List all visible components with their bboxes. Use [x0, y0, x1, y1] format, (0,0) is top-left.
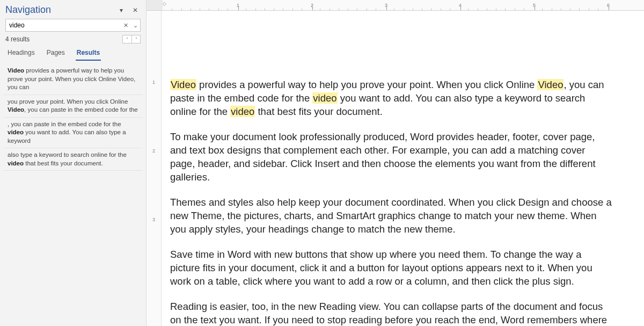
- vruler-tick: 1: [147, 79, 161, 85]
- app-root: Navigation ▾ ✕ ✕ ⌄ 4 results: [0, 0, 644, 326]
- document-paragraph[interactable]: Reading is easier, too, in the new Readi…: [170, 300, 612, 326]
- ruler-tick: 4: [459, 0, 462, 10]
- results-list: Video provides a powerful way to help yo…: [0, 61, 146, 174]
- ruler-track: ◇ 123456: [163, 0, 644, 10]
- chevron-up-icon: ˄: [126, 37, 128, 42]
- document-paragraph[interactable]: Save time in Word with new buttons that …: [170, 248, 612, 288]
- search-highlight: Video: [170, 79, 196, 90]
- caret-down-icon: ▾: [120, 6, 123, 14]
- document-area: L ◇ 123456 123 Video provides a powerful…: [147, 0, 644, 326]
- nav-header: Navigation ▾ ✕: [0, 0, 146, 19]
- chevron-down-icon: ˅: [135, 37, 137, 42]
- search-result-item[interactable]: also type a keyword to search online for…: [3, 148, 143, 171]
- search-box: ✕ ⌄: [5, 19, 141, 32]
- next-result-button[interactable]: ˅: [131, 35, 140, 43]
- nav-tabs: Headings Pages Results: [0, 46, 146, 61]
- ruler-tick: 5: [533, 0, 536, 10]
- search-input[interactable]: [6, 20, 121, 30]
- close-icon: ✕: [133, 6, 138, 14]
- ruler-tick: 2: [311, 0, 313, 10]
- ruler-tick: 6: [607, 0, 610, 10]
- vertical-ruler[interactable]: 123: [147, 11, 162, 326]
- search-highlight: video: [312, 92, 337, 104]
- search-highlight: video: [230, 106, 255, 117]
- result-count: 4 results: [5, 35, 122, 43]
- search-result-item[interactable]: Video provides a powerful way to help yo…: [3, 64, 143, 95]
- result-nav-spinner: ˄ ˅: [122, 35, 141, 44]
- ruler-tick: 1: [237, 0, 239, 10]
- close-icon: ✕: [123, 22, 128, 29]
- navigation-pane: Navigation ▾ ✕ ✕ ⌄ 4 results: [0, 0, 147, 326]
- ruler-left-margin: [147, 0, 163, 10]
- page-scroll-area[interactable]: Video provides a powerful way to help yo…: [162, 11, 644, 326]
- vruler-tick: 3: [147, 217, 161, 222]
- result-count-row: 4 results ˄ ˅: [0, 32, 146, 46]
- vruler-tick: 2: [147, 148, 161, 154]
- prev-result-button[interactable]: ˄: [123, 35, 131, 43]
- search-result-item[interactable]: you prove your point. When you click Onl…: [3, 95, 143, 118]
- search-result-item[interactable]: , you can paste in the embed code for th…: [3, 118, 143, 149]
- ruler-tick: 3: [385, 0, 387, 10]
- ruler-indent-marker[interactable]: ◇: [163, 1, 166, 6]
- tab-pages[interactable]: Pages: [46, 47, 66, 61]
- nav-menu-button[interactable]: ▾: [116, 5, 127, 16]
- horizontal-ruler[interactable]: L ◇ 123456: [147, 0, 644, 11]
- nav-title: Navigation: [5, 4, 113, 16]
- search-highlight: Video: [537, 79, 564, 90]
- search-options-button[interactable]: ⌄: [130, 19, 140, 31]
- search-clear-button[interactable]: ✕: [121, 19, 130, 31]
- document-paragraph[interactable]: Themes and styles also help keep your do…: [170, 196, 612, 236]
- nav-close-button[interactable]: ✕: [130, 5, 141, 16]
- tab-headings[interactable]: Headings: [6, 47, 36, 61]
- search-row: ✕ ⌄: [0, 19, 146, 32]
- document-paragraph[interactable]: To make your document look professionall…: [170, 131, 612, 184]
- chevron-down-icon: ⌄: [133, 22, 138, 29]
- page-content[interactable]: Video provides a powerful way to help yo…: [162, 11, 634, 326]
- tab-results[interactable]: Results: [76, 47, 101, 61]
- document-paragraph[interactable]: Video provides a powerful way to help yo…: [170, 78, 612, 119]
